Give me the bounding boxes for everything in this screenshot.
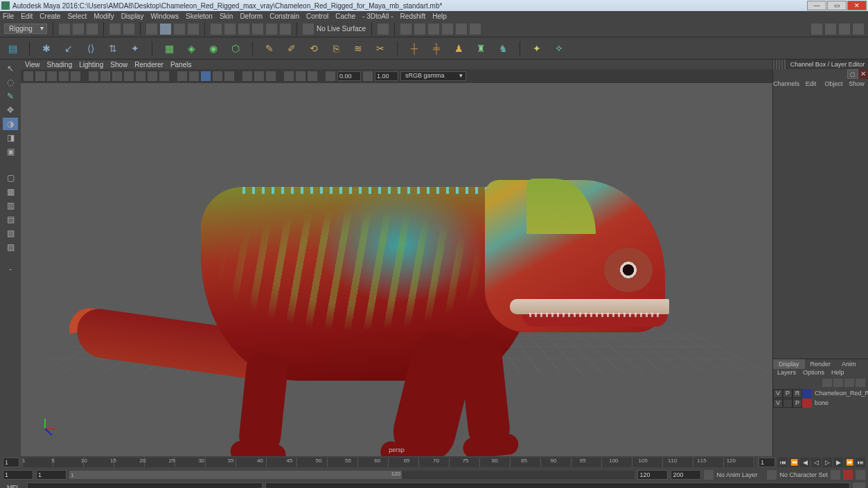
layer-visible[interactable]: V [773, 399, 783, 408]
play-back-icon[interactable]: ◁ [811, 458, 821, 467]
anim-prefs-icon[interactable] [856, 470, 865, 480]
char-set-icon[interactable] [767, 470, 777, 480]
scale-tool-icon[interactable]: ◨ [3, 132, 18, 144]
camera-select-icon[interactable] [24, 71, 33, 81]
gamma-icon[interactable] [363, 71, 373, 81]
film-gate-icon[interactable] [100, 71, 110, 81]
isolate-select-icon[interactable] [242, 71, 252, 81]
step-back-key-icon[interactable]: ⏪ [789, 458, 799, 467]
anim-layer-label[interactable]: No Anim Layer [716, 471, 757, 478]
command-input[interactable] [27, 482, 263, 488]
tab-show[interactable]: Show [845, 79, 868, 89]
render-settings-icon[interactable] [428, 24, 439, 35]
menu-help[interactable]: Help [432, 12, 447, 20]
channel-toggle-icon[interactable]: ▢ [847, 69, 858, 79]
script-editor-icon[interactable] [853, 482, 865, 488]
menu-deform[interactable]: Deform [240, 12, 263, 20]
channel-box-icon[interactable] [839, 24, 850, 35]
tab-channels[interactable]: Channels [773, 79, 799, 89]
layer-row[interactable]: V P R Chameleon_Red_Rigg [773, 388, 868, 398]
color-space-dropdown[interactable]: sRGB gamma [400, 71, 466, 81]
menu-file[interactable]: File [3, 12, 14, 20]
snap-live-icon[interactable] [266, 24, 277, 35]
layer-reference[interactable]: R [792, 389, 802, 398]
joint-tool-icon[interactable]: ✱ [38, 40, 55, 57]
layer-tab-render[interactable]: Render [805, 359, 837, 369]
render-current-icon[interactable] [400, 24, 411, 35]
workspace-dropdown[interactable]: Rigging [4, 24, 47, 34]
layer-playback[interactable]: P [783, 389, 792, 398]
play-forward-icon[interactable]: ▷ [822, 458, 832, 467]
close-button[interactable]: ✕ [847, 1, 867, 10]
mirror-joint-icon[interactable]: ⟨⟩ [82, 40, 99, 57]
smooth-weights-icon[interactable]: ≋ [350, 40, 366, 57]
open-scene-icon[interactable] [73, 24, 84, 35]
go-to-end-icon[interactable]: ⏭ [856, 458, 865, 467]
safe-title-icon[interactable] [159, 71, 169, 81]
field-chart-icon[interactable] [136, 71, 145, 81]
bind-skin-icon[interactable]: ✎ [261, 40, 278, 57]
multisample-aa-icon[interactable] [308, 71, 317, 81]
anim-start-field[interactable] [3, 470, 33, 480]
shadows-icon[interactable] [224, 71, 234, 81]
panel-menu-lighting[interactable]: Lighting [79, 61, 103, 69]
safe-action-icon[interactable] [148, 71, 157, 81]
time-current-field[interactable] [759, 458, 775, 467]
menu-3dtoall[interactable]: - 3DtoAll - [362, 12, 393, 20]
grease-pencil-icon[interactable] [71, 71, 80, 81]
redshift-tool1-icon[interactable]: ✦ [529, 40, 545, 57]
gamma-field[interactable] [375, 71, 398, 81]
bookmark-icon[interactable] [35, 71, 45, 81]
resolution-gate-icon[interactable] [112, 71, 122, 81]
orient-joint-icon[interactable]: ⇅ [105, 40, 121, 57]
tool-settings-icon[interactable] [825, 24, 836, 35]
ao-icon[interactable] [284, 71, 294, 81]
exposure-icon[interactable] [326, 71, 335, 81]
construction-history-icon[interactable] [378, 24, 389, 35]
move-layer-up-icon[interactable] [822, 379, 832, 387]
layer-name[interactable]: bone [812, 399, 868, 406]
hik-window-icon[interactable]: ♞ [495, 40, 511, 57]
use-all-lights-icon[interactable] [213, 71, 222, 81]
last-layout-icon[interactable]: - [3, 263, 18, 275]
exposure-field[interactable] [337, 71, 361, 81]
render-view-icon[interactable] [442, 24, 453, 35]
render-setup-icon[interactable] [470, 24, 481, 35]
lattice-icon[interactable]: ▦ [161, 40, 177, 57]
quick-rig-icon[interactable]: ♜ [472, 40, 489, 57]
copy-weights-icon[interactable]: ⎘ [328, 40, 344, 57]
panel-menu-shading[interactable]: Shading [47, 61, 73, 69]
layer-row[interactable]: V P bone [773, 398, 868, 408]
range-slider-track[interactable]: 1120 [69, 471, 635, 479]
menu-select[interactable]: Select [67, 12, 87, 20]
rotate-tool-icon[interactable]: ◑ [3, 118, 18, 130]
select-mode-icon[interactable] [146, 24, 157, 35]
undo-icon[interactable] [109, 24, 121, 35]
xray-joints-icon[interactable] [266, 71, 276, 81]
redo-icon[interactable] [123, 24, 134, 35]
panel-close-icon[interactable]: ✕ [858, 69, 868, 79]
range-end-field[interactable] [637, 470, 668, 480]
maximize-button[interactable]: ▭ [827, 1, 847, 10]
menu-windows[interactable]: Windows [150, 12, 179, 20]
menu-control[interactable]: Control [306, 12, 328, 20]
menu-constrain[interactable]: Constrain [269, 12, 299, 20]
image-plane-icon[interactable] [47, 71, 57, 81]
panel-menu-show[interactable]: Show [110, 61, 127, 69]
new-layer-icon[interactable] [844, 379, 854, 387]
grid-toggle-icon[interactable] [89, 71, 98, 81]
menu-edit[interactable]: Edit [21, 12, 33, 20]
new-layer-selected-icon[interactable] [856, 379, 865, 387]
modeling-toolkit-icon[interactable] [853, 24, 864, 35]
prune-weights-icon[interactable]: ✂ [372, 40, 389, 57]
last-tool-icon[interactable]: ▣ [3, 145, 18, 158]
outliner-persp-icon[interactable]: ▧ [3, 227, 18, 240]
char-set-label[interactable]: No Character Set [779, 471, 828, 478]
hypershade-persp-icon[interactable]: ▨ [3, 241, 18, 253]
textured-icon[interactable] [201, 71, 211, 81]
snap-plane-icon[interactable] [252, 24, 263, 35]
layer-menu-layers[interactable]: Layers [777, 369, 796, 379]
new-scene-icon[interactable] [59, 24, 70, 35]
move-layer-down-icon[interactable] [833, 379, 843, 387]
menu-display[interactable]: Display [121, 12, 144, 20]
